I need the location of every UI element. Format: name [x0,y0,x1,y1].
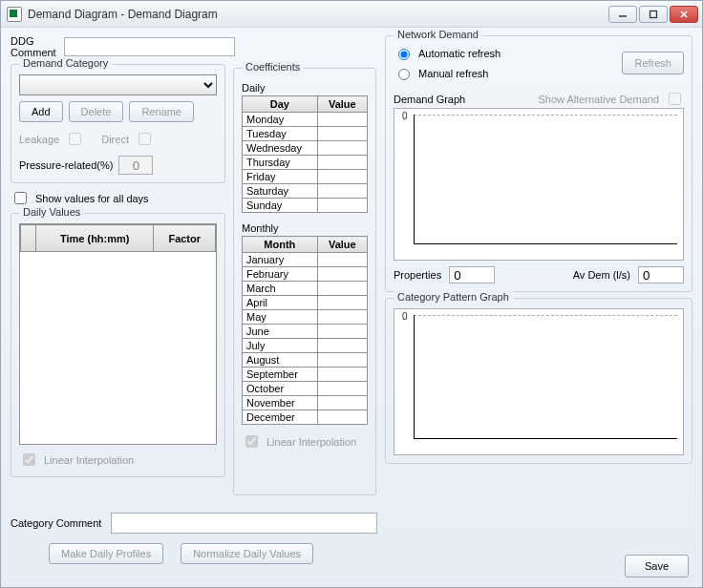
monthly-value-header: Value [317,237,367,253]
minimize-icon [618,10,628,19]
ddg-comment-input[interactable] [64,37,235,56]
table-row[interactable]: October [243,382,368,396]
daily-linear-label: Linear Interpolation [44,454,134,466]
daily-values-rowhead [21,225,36,252]
right-column: Network Demand Automatic refresh Manual … [385,35,692,578]
table-row[interactable]: Tuesday [243,127,368,141]
minimize-button[interactable] [608,6,637,23]
pressure-related-input[interactable] [118,156,153,175]
network-demand-group: Network Demand Automatic refresh Manual … [385,35,692,292]
daily-values-group: Daily Values Time (hh:mm) Factor [11,213,225,477]
manual-refresh-label: Manual refresh [418,68,488,79]
properties-label: Properties [394,269,441,281]
show-alt-label: Show Alternative Demand [538,94,659,105]
table-row[interactable]: Saturday [243,184,368,199]
table-row[interactable]: September [243,368,368,382]
save-button[interactable]: Save [625,555,689,578]
app-icon [7,7,22,22]
graph-tick-0: 0 [402,111,408,121]
table-row[interactable]: November [243,396,368,410]
table-row[interactable]: Friday [243,170,368,184]
avdem-label: Av Dem (l/s) [573,269,630,281]
pressure-related-label: Pressure-related(%) [19,159,113,171]
show-all-days-label: Show values for all days [35,193,149,204]
monthly-table[interactable]: Month Value JanuaryFebruaryMarchAprilMay… [242,236,368,425]
leakage-label: Leakage [19,134,59,145]
table-row[interactable]: March [243,282,368,296]
daily-values-table-wrap: Time (hh:mm) Factor [19,223,217,445]
left-column: DDG Comment Demand Category Add Delete R… [11,35,225,495]
demand-category-group: Demand Category Add Delete Rename Leakag… [11,64,225,183]
titlebar: Demand Diagram - Demand Diagram [1,1,702,28]
demand-category-legend: Demand Category [19,57,112,69]
daily-value-header: Value [317,96,367,113]
category-comment-label: Category Comment [11,517,101,529]
daily-values-legend: Daily Values [19,206,84,218]
window-title: Demand Diagram - Demand Diagram [28,8,608,21]
properties-input[interactable] [449,266,495,284]
table-row[interactable]: January [243,253,368,267]
bottom-left-section: Category Comment Make Daily Profiles Nor… [11,505,377,564]
table-row[interactable]: August [243,353,368,368]
avdem-input[interactable] [638,266,684,284]
maximize-button[interactable] [639,6,668,23]
close-icon [679,10,689,19]
demand-graph-box: 0 [394,108,684,261]
client-area: DDG Comment Demand Category Add Delete R… [1,28,702,587]
delete-button[interactable]: Delete [69,101,124,122]
table-row[interactable]: June [243,325,368,339]
rename-button[interactable]: Rename [129,101,194,122]
show-all-days-checkbox[interactable] [14,192,27,204]
table-row[interactable]: February [243,267,368,282]
table-row[interactable]: Sunday [243,199,368,213]
monthly-section-label: Monthly [242,222,368,234]
table-row[interactable]: May [243,310,368,325]
left-section: DDG Comment Demand Category Add Delete R… [11,35,377,578]
table-row[interactable]: December [243,410,368,425]
pattern-graph-legend: Category Pattern Graph [394,291,513,303]
coefficients-group: Coefficients Daily Day Value MondayTuesd… [233,68,376,495]
daily-values-factor-header: Factor [154,225,216,252]
pattern-graph-tick-0: 0 [402,311,408,322]
demand-category-combo[interactable] [19,74,217,95]
close-button[interactable] [670,6,698,23]
auto-refresh-label: Automatic refresh [418,48,501,59]
refresh-button[interactable]: Refresh [622,52,684,74]
table-row[interactable]: Wednesday [243,141,368,156]
table-row[interactable]: Thursday [243,156,368,170]
normalize-daily-values-button[interactable]: Normalize Daily Values [181,543,313,564]
monthly-month-header: Month [243,237,318,253]
pattern-graph-group: Category Pattern Graph 0 [385,298,692,464]
network-demand-legend: Network Demand [394,29,482,40]
ddg-comment-label: DDG Comment [11,35,56,58]
add-button[interactable]: Add [19,101,63,122]
svg-rect-1 [650,10,657,17]
leakage-checkbox[interactable] [69,133,81,145]
direct-label: Direct [101,134,129,145]
daily-section-label: Daily [242,82,368,94]
demand-graph-label: Demand Graph [394,94,465,105]
direct-checkbox[interactable] [138,133,151,145]
window: Demand Diagram - Demand Diagram DDG Comm… [0,0,703,588]
coefficients-legend: Coefficients [242,61,304,73]
daily-day-header: Day [243,96,318,113]
make-daily-profiles-button[interactable]: Make Daily Profiles [49,543,163,564]
auto-refresh-radio[interactable] [398,49,410,60]
monthly-linear-checkbox[interactable] [245,435,258,448]
daily-values-table[interactable]: Time (hh:mm) Factor [20,224,216,252]
daily-table[interactable]: Day Value MondayTuesdayWednesdayThursday… [242,95,368,213]
daily-linear-checkbox[interactable] [23,453,35,466]
middle-column: Coefficients Daily Day Value MondayTuesd… [233,35,376,495]
show-alt-checkbox[interactable] [669,93,681,105]
table-row[interactable]: July [243,339,368,353]
table-row[interactable]: April [243,296,368,310]
table-row[interactable]: Monday [243,113,368,127]
monthly-linear-label: Linear Interpolation [266,436,356,448]
daily-values-time-header: Time (hh:mm) [36,225,154,252]
window-buttons [608,6,698,23]
pattern-graph-box: 0 [394,308,684,455]
maximize-icon [649,10,658,19]
category-comment-input[interactable] [111,513,377,534]
manual-refresh-radio[interactable] [398,69,410,80]
